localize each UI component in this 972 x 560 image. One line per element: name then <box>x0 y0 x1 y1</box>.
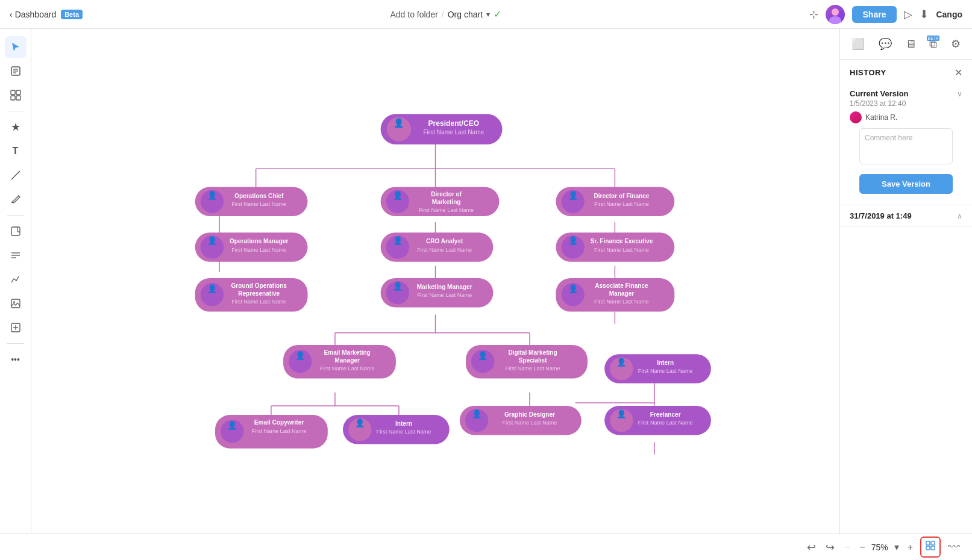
user-avatar[interactable] <box>826 5 845 24</box>
dashboard-link[interactable]: ‹ Dashboard <box>10 10 56 19</box>
left-toolbar: ★ T ••• <box>0 29 31 534</box>
pen-tool[interactable] <box>5 188 27 210</box>
status-dot-icon: ✓ <box>494 8 501 20</box>
add-to-folder[interactable]: Add to folder <box>390 10 437 19</box>
node-dir-finance[interactable]: 👤 Director of Finance First Name Last Na… <box>556 187 674 216</box>
node-ground-ops[interactable]: 👤 Ground Operations Represenative First … <box>195 278 308 312</box>
shapes-tool[interactable] <box>5 84 27 106</box>
svg-text:Director of: Director of <box>431 191 462 198</box>
svg-text:Digital Marketing: Digital Marketing <box>508 349 557 356</box>
svg-text:First Name Last Name: First Name Last Name <box>252 428 307 434</box>
node-dir-marketing[interactable]: 👤 Director of Marketing First Name Last … <box>381 187 500 216</box>
comment-input[interactable]: Comment here <box>859 128 953 164</box>
zoom-in-button[interactable]: + <box>905 541 915 554</box>
svg-text:First Name Last Name: First Name Last Name <box>423 129 484 135</box>
copy-icon[interactable]: ⧉BETA <box>926 34 941 54</box>
toolbar-separator-2 <box>7 215 24 216</box>
more-tool[interactable]: ••• <box>5 349 27 370</box>
svg-text:Operations Chief: Operations Chief <box>234 193 284 199</box>
save-version-button[interactable]: Save Version <box>859 174 953 194</box>
svg-text:First Name Last Name: First Name Last Name <box>417 292 472 298</box>
node-freelancer[interactable]: 👤 Freelancer First Name Last Name <box>604 406 711 435</box>
topbar: ‹ Dashboard Beta Add to folder / Org cha… <box>0 0 972 29</box>
dashboard-label: Dashboard <box>15 10 57 19</box>
node-digital-mktg[interactable]: 👤 Digital Marketing Specialist First Nam… <box>466 345 588 379</box>
svg-text:First Name Last Name: First Name Last Name <box>638 368 693 374</box>
zoom-dropdown-icon[interactable]: ▾ <box>892 540 901 554</box>
node-graphic-designer[interactable]: 👤 Graphic Designer First Name Last Name <box>460 406 582 435</box>
path-tool-button[interactable]: 〰 <box>945 538 962 556</box>
beta-badge: Beta <box>61 10 83 19</box>
svg-text:👤: 👤 <box>295 350 306 361</box>
old-version-collapse-icon[interactable]: ∧ <box>957 212 962 220</box>
star-tool[interactable]: ★ <box>5 116 27 138</box>
bottom-separator: − <box>844 542 850 553</box>
svg-text:Marketing: Marketing <box>432 199 461 205</box>
node-marketing-mgr[interactable]: 👤 Marketing Manager First Name Last Name <box>381 278 494 307</box>
settings-icon[interactable]: ⚙ <box>947 34 964 54</box>
share-button[interactable]: Share <box>852 6 897 23</box>
main-layout: ★ T ••• .node-pill { f <box>0 29 972 534</box>
chart-tool[interactable] <box>5 269 27 290</box>
undo-button[interactable]: ↩ <box>804 538 818 556</box>
node-email-copy[interactable]: 👤 Email Copywriter First Name Last Name <box>215 415 328 449</box>
chart-dropdown-icon[interactable]: ▾ <box>486 10 490 19</box>
line-tool[interactable] <box>5 164 27 186</box>
svg-text:Specialist: Specialist <box>519 357 548 364</box>
canvas-area[interactable]: .node-pill { fill: #c36bb8; rx: 24; } .n… <box>31 29 839 534</box>
sticky-note-tool[interactable] <box>5 220 27 242</box>
svg-text:Email Copywriter: Email Copywriter <box>254 419 304 426</box>
old-version-section: 31/7/2019 at 1:49 ∧ <box>840 205 972 227</box>
back-arrow-icon: ‹ <box>10 10 13 19</box>
current-version-date: 1/5/2023 at 12:40 <box>850 99 962 108</box>
frame-icon[interactable]: ⬜ <box>848 34 868 54</box>
svg-rect-146 <box>926 546 930 550</box>
redo-button[interactable]: ↪ <box>823 538 837 556</box>
node-president[interactable]: 👤 President/CEO First Name Last Name <box>381 114 503 144</box>
chart-name: Org chart <box>448 10 483 19</box>
comment-icon[interactable]: 💬 <box>875 34 895 54</box>
zoom-out-button[interactable]: − <box>857 541 867 554</box>
org-chart-svg: .node-pill { fill: #c36bb8; rx: 24; } .n… <box>31 29 839 534</box>
cursor-icon[interactable]: ⊹ <box>809 8 818 21</box>
play-icon[interactable]: ▷ <box>904 8 912 21</box>
svg-text:Represenative: Represenative <box>238 290 280 297</box>
node-ops-manager[interactable]: 👤 Operations Manager First Name Last Nam… <box>195 232 308 261</box>
svg-text:👤: 👤 <box>227 420 237 431</box>
node-sr-finance[interactable]: 👤 Sr. Finance Executive First Name Last … <box>556 232 674 261</box>
version-collapse-icon[interactable]: ∨ <box>957 90 962 98</box>
select-tool[interactable] <box>5 36 27 58</box>
node-email-mktg[interactable]: 👤 Email Marketing Manager First Name Las… <box>283 345 396 379</box>
zoom-control: − 75% ▾ + <box>857 540 915 554</box>
svg-text:👤: 👤 <box>568 190 578 201</box>
node-ops-chief[interactable]: 👤 Operations Chief First Name Last Name <box>195 187 308 216</box>
svg-text:👤: 👤 <box>616 409 627 419</box>
node-assoc-finance[interactable]: 👤 Associate Finance Manager First Name L… <box>556 278 674 312</box>
node-intern1[interactable]: 👤 Intern First Name Last Name <box>604 354 711 383</box>
svg-rect-11 <box>11 227 20 235</box>
bottom-bar: ↩ ↪ − − 75% ▾ + 〰 <box>0 534 972 560</box>
node-intern2[interactable]: 👤 Intern First Name Last Name <box>343 415 450 444</box>
fit-view-button[interactable] <box>920 537 941 558</box>
svg-text:👤: 👤 <box>207 190 218 201</box>
screen-icon[interactable]: 🖥 <box>901 34 920 54</box>
svg-text:👤: 👤 <box>568 235 578 246</box>
svg-rect-17 <box>11 299 20 308</box>
add-tool[interactable] <box>5 317 27 338</box>
svg-text:Manager: Manager <box>334 357 360 364</box>
svg-rect-145 <box>931 541 935 545</box>
history-header: HISTORY ✕ <box>840 60 972 83</box>
zoom-level[interactable]: 75% <box>871 543 888 552</box>
download-icon[interactable]: ⬇ <box>920 8 929 21</box>
svg-text:CRO Analyst: CRO Analyst <box>426 238 463 244</box>
image-tool[interactable] <box>5 293 27 314</box>
history-close-button[interactable]: ✕ <box>955 67 962 78</box>
topbar-left: ‹ Dashboard Beta <box>10 10 83 19</box>
user-name: Katrina R. <box>865 113 897 122</box>
notes-tool[interactable] <box>5 60 27 82</box>
list-tool[interactable] <box>5 244 27 266</box>
svg-text:First Name Last Name: First Name Last Name <box>320 366 375 372</box>
svg-text:Ground Operations: Ground Operations <box>231 282 287 289</box>
text-tool[interactable]: T <box>5 140 27 162</box>
node-cro-analyst[interactable]: 👤 CRO Analyst First Name Last Name <box>381 232 494 261</box>
